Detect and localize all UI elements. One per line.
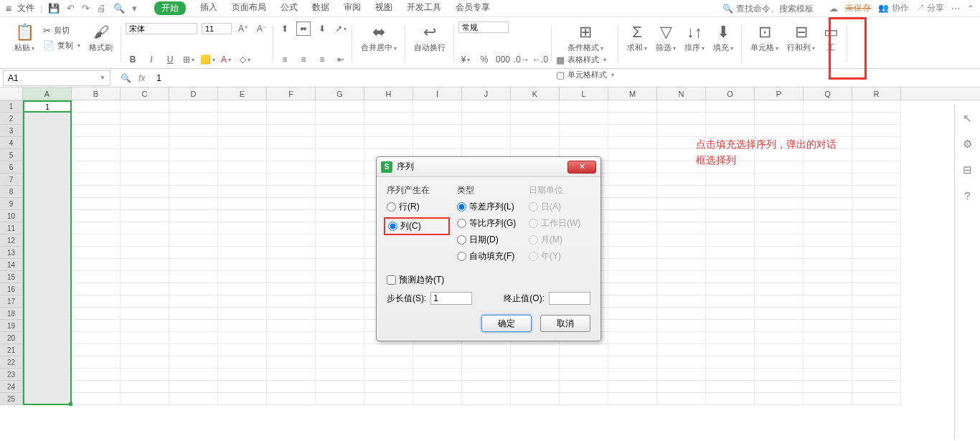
cell[interactable] [413,125,462,137]
row-header[interactable]: 21 [0,344,23,356]
search-box[interactable]: 🔍 [722,4,822,14]
orientation-icon[interactable]: ↗ [334,22,348,36]
increase-font-icon[interactable]: A⁺ [236,22,250,36]
cell[interactable] [218,283,267,295]
cell[interactable] [218,222,267,234]
cell[interactable] [657,234,706,247]
highlight-icon[interactable]: ◇ [237,52,252,67]
cell[interactable] [852,332,901,344]
cell[interactable] [121,308,169,320]
tab-dev[interactable]: 开发工具 [407,1,441,15]
cell[interactable] [72,198,121,210]
col-header-h[interactable]: H [364,87,413,100]
col-header-f[interactable]: F [267,87,316,100]
cell[interactable] [657,100,706,113]
align-left-icon[interactable]: ≡ [278,52,292,67]
cell[interactable] [23,161,72,174]
cell[interactable] [706,247,755,259]
cell[interactable] [608,137,657,149]
cell[interactable] [267,210,316,222]
cell[interactable] [804,295,852,308]
cell[interactable] [169,247,218,259]
cell[interactable] [169,271,218,283]
cell[interactable] [657,210,706,222]
align-middle-icon[interactable]: ⬌ [296,22,311,36]
cell[interactable] [608,186,657,198]
row-header[interactable]: 19 [0,320,23,332]
cell[interactable] [657,381,706,393]
number-format-select[interactable] [458,22,509,33]
cell[interactable] [72,174,121,186]
cell[interactable] [218,125,267,137]
cell[interactable] [852,149,901,161]
cell[interactable] [608,356,657,369]
cell[interactable] [755,125,804,137]
cell[interactable] [218,320,267,332]
cell[interactable] [608,283,657,295]
cell[interactable] [852,125,901,137]
cell[interactable] [608,100,657,113]
radio-autofill[interactable]: 自动填充(F) [457,250,519,262]
cell[interactable] [121,161,169,174]
cell[interactable] [23,332,72,344]
cell[interactable] [657,344,706,356]
cell[interactable] [755,247,804,259]
cell[interactable] [218,174,267,186]
cell[interactable] [511,344,560,356]
cell[interactable] [267,186,316,198]
stop-input[interactable] [549,292,590,305]
cell[interactable] [413,344,462,356]
cell[interactable] [72,210,121,222]
cell[interactable] [316,381,364,393]
rows-cols-button[interactable]: ⊟行和列 [783,22,819,54]
cell[interactable] [121,344,169,356]
cell[interactable] [706,210,755,222]
cell[interactable] [511,381,560,393]
cell[interactable] [852,234,901,247]
cell[interactable] [169,234,218,247]
row-header[interactable]: 17 [0,295,23,308]
col-header-g[interactable]: G [316,87,364,100]
cell[interactable] [364,100,413,113]
cell[interactable] [804,125,852,137]
cell[interactable] [218,332,267,344]
cell[interactable] [706,186,755,198]
cell[interactable] [267,161,316,174]
cell[interactable] [23,283,72,295]
cell[interactable] [755,234,804,247]
cell[interactable] [23,271,72,283]
row-header[interactable]: 23 [0,369,23,381]
tab-view[interactable]: 视图 [375,1,392,15]
percent-icon[interactable]: % [477,52,491,67]
row-header[interactable]: 14 [0,259,23,271]
cell[interactable] [511,356,560,369]
col-header-o[interactable]: O [706,87,755,100]
dialog-titlebar[interactable]: S 序列 ✕ [377,157,600,177]
row-header[interactable]: 13 [0,247,23,259]
cell[interactable] [657,125,706,137]
cell[interactable] [511,113,560,125]
cell[interactable] [72,283,121,295]
col-header-m[interactable]: M [608,87,657,100]
tab-insert[interactable]: 插入 [200,1,217,15]
cell[interactable] [169,369,218,381]
cell[interactable] [23,308,72,320]
cell[interactable] [608,271,657,283]
cell[interactable] [608,320,657,332]
cell[interactable] [804,271,852,283]
cell[interactable] [121,259,169,271]
cell[interactable] [608,295,657,308]
cell[interactable] [657,295,706,308]
cell[interactable] [267,283,316,295]
cell[interactable] [706,271,755,283]
cell[interactable] [218,381,267,393]
decrease-font-icon[interactable]: A⁻ [255,22,269,36]
cell[interactable] [364,125,413,137]
cell[interactable] [804,393,852,405]
cell[interactable] [560,100,608,113]
font-size-select[interactable] [202,23,232,34]
cell[interactable] [169,186,218,198]
cell[interactable] [169,344,218,356]
cell[interactable] [560,393,608,405]
cell[interactable] [804,308,852,320]
